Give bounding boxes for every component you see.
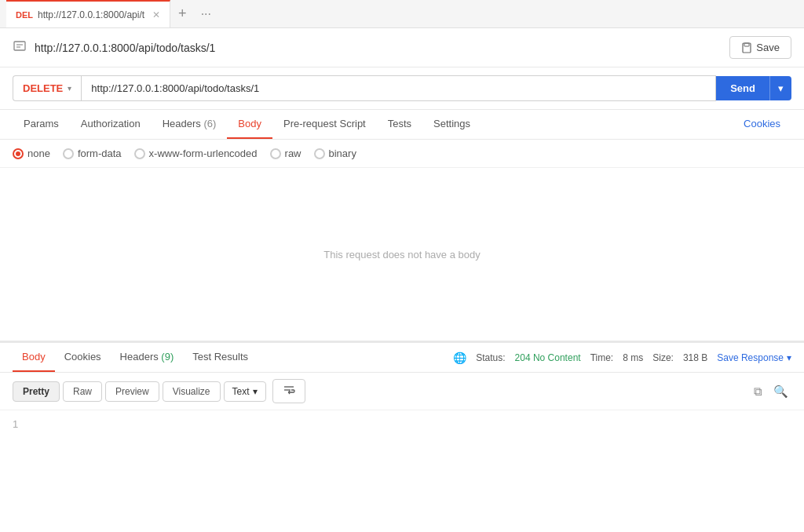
radio-none-label: none: [27, 148, 50, 159]
save-response-label: Save Response: [717, 352, 784, 363]
radio-dot-raw: [270, 148, 281, 159]
tab-headers-label: Headers: [163, 118, 201, 129]
tab-url-label: http://127.0.0.1:8000/api/t: [38, 9, 144, 20]
radio-binary-label: binary: [329, 148, 356, 159]
radio-raw[interactable]: raw: [270, 148, 302, 159]
fmt-pretty-button[interactable]: Pretty: [13, 381, 60, 402]
size-value: 318 B: [683, 352, 707, 363]
method-select[interactable]: DELETE ▾: [13, 75, 81, 101]
send-btn-group: Send ▾: [716, 76, 791, 100]
response-area: Body Cookies Headers (9) Test Results 🌐 …: [0, 341, 804, 438]
resp-headers-label: Headers: [120, 351, 159, 363]
radio-urlencoded-label: x-www-form-urlencoded: [149, 148, 258, 159]
more-tabs-icon[interactable]: ···: [195, 7, 217, 21]
address-bar-url: http://127.0.0.1:8000/api/todo/tasks/1: [35, 42, 722, 54]
response-icons: ⧉ 🔍: [751, 381, 791, 402]
globe-icon: 🌐: [453, 352, 466, 364]
body-options: none form-data x-www-form-urlencoded raw…: [0, 140, 804, 168]
response-body: 1: [0, 410, 804, 438]
save-response-button[interactable]: Save Response ▾: [717, 352, 791, 363]
fmt-preview-button[interactable]: Preview: [105, 381, 159, 402]
address-bar-area: http://127.0.0.1:8000/api/todo/tasks/1 S…: [0, 28, 804, 67]
tab-body[interactable]: Body: [227, 110, 272, 139]
word-wrap-icon: [283, 384, 295, 396]
resp-tab-test-results[interactable]: Test Results: [183, 343, 258, 372]
fmt-visualize-button[interactable]: Visualize: [163, 381, 221, 402]
resp-tab-body[interactable]: Body: [13, 343, 55, 372]
tab-bar: DEL http://127.0.0.1:8000/api/t ✕ + ···: [0, 0, 804, 28]
tab-authorization[interactable]: Authorization: [70, 110, 152, 139]
send-dropdown-button[interactable]: ▾: [769, 76, 791, 100]
radio-raw-label: raw: [285, 148, 302, 159]
save-response-chevron-icon: ▾: [787, 352, 791, 363]
time-value: 8 ms: [623, 352, 643, 363]
svg-rect-0: [14, 42, 25, 50]
radio-form-data-label: form-data: [78, 148, 122, 159]
status-label: Status:: [476, 352, 505, 363]
response-tabs-bar: Body Cookies Headers (9) Test Results 🌐 …: [0, 343, 804, 373]
collection-icon: [13, 39, 27, 56]
format-select[interactable]: Text ▾: [224, 381, 266, 402]
status-value: 204 No Content: [515, 352, 581, 363]
send-button[interactable]: Send: [716, 76, 769, 100]
line-number-1: 1: [13, 418, 18, 430]
time-label: Time:: [590, 352, 614, 363]
radio-urlencoded[interactable]: x-www-form-urlencoded: [134, 148, 258, 159]
body-empty-message: This request does not have a body: [0, 168, 804, 341]
radio-dot-binary: [314, 148, 325, 159]
tab-settings[interactable]: Settings: [422, 110, 481, 139]
response-format-bar: Pretty Raw Preview Visualize Text ▾ ⧉ 🔍: [0, 373, 804, 410]
tab-close-icon[interactable]: ✕: [152, 9, 160, 20]
size-label: Size:: [652, 352, 674, 363]
method-text: DELETE: [23, 82, 63, 94]
tab-method-label: DEL: [16, 10, 33, 20]
active-tab[interactable]: DEL http://127.0.0.1:8000/api/t ✕: [6, 0, 170, 27]
new-tab-button[interactable]: +: [170, 5, 195, 22]
url-input[interactable]: [81, 75, 716, 101]
radio-form-data[interactable]: form-data: [63, 148, 122, 159]
tab-params[interactable]: Params: [13, 110, 70, 139]
tab-headers-badge: (6): [201, 118, 217, 129]
resp-tab-cookies[interactable]: Cookies: [55, 343, 111, 372]
cookies-link[interactable]: Cookies: [733, 110, 791, 139]
tab-tests[interactable]: Tests: [377, 110, 422, 139]
word-wrap-button[interactable]: [272, 379, 305, 403]
request-bar: DELETE ▾ Send ▾: [0, 67, 804, 110]
tabs-nav: Params Authorization Headers (6) Body Pr…: [0, 110, 804, 140]
fmt-raw-button[interactable]: Raw: [63, 381, 102, 402]
resp-tab-headers[interactable]: Headers (9): [111, 343, 184, 372]
radio-binary[interactable]: binary: [314, 148, 356, 159]
format-select-chevron-icon: ▾: [253, 386, 258, 397]
radio-dot-form-data: [63, 148, 74, 159]
save-button[interactable]: Save: [729, 36, 791, 59]
response-status-area: 🌐 Status: 204 No Content Time: 8 ms Size…: [453, 352, 791, 364]
radio-dot-none: [13, 148, 24, 159]
search-response-icon[interactable]: 🔍: [770, 381, 791, 402]
method-chevron-icon: ▾: [68, 84, 71, 93]
copy-response-icon[interactable]: ⧉: [751, 381, 766, 402]
radio-dot-urlencoded: [134, 148, 145, 159]
format-select-value: Text: [232, 386, 250, 397]
tab-headers[interactable]: Headers (6): [152, 110, 228, 139]
tab-pre-request[interactable]: Pre-request Script: [272, 110, 377, 139]
resp-headers-badge: (9): [159, 351, 174, 363]
radio-none[interactable]: none: [13, 148, 50, 159]
